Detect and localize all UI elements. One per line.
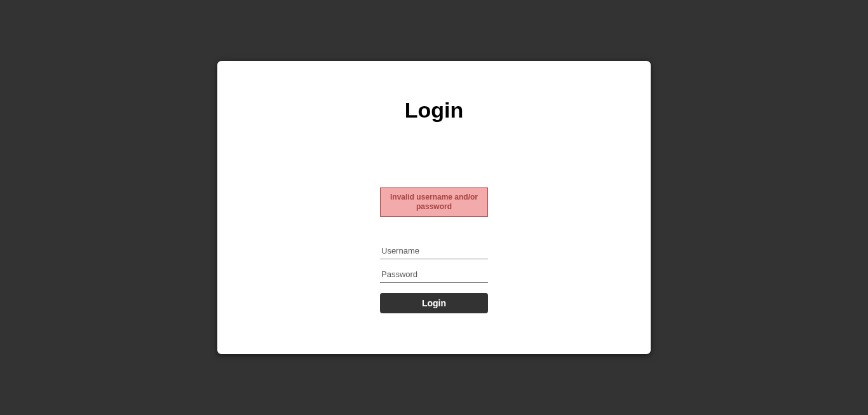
login-form: Login	[380, 242, 488, 313]
password-input[interactable]	[380, 266, 488, 283]
login-card: Login Invalid username and/or password L…	[217, 61, 651, 354]
username-input[interactable]	[380, 242, 488, 259]
login-title: Login	[405, 98, 464, 123]
login-error-message: Invalid username and/or password	[380, 187, 488, 217]
login-button[interactable]: Login	[380, 293, 488, 313]
